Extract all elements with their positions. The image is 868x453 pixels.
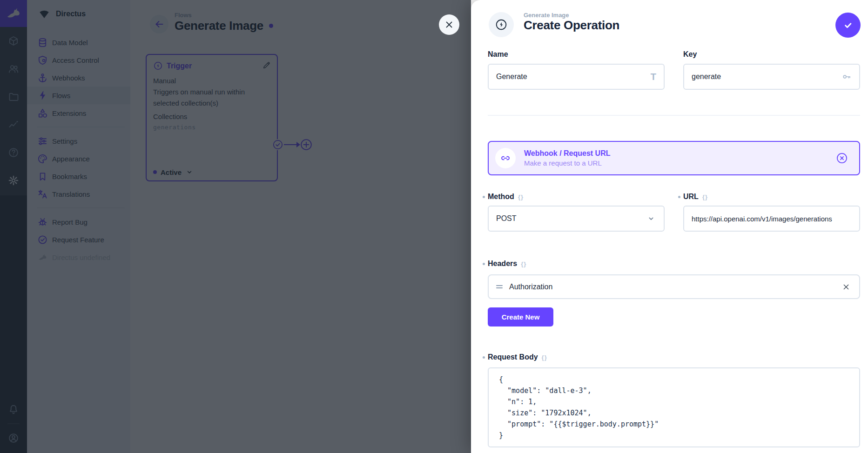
deselect-operation-button[interactable] [836,152,848,164]
drawer-header-icon-button[interactable] [489,12,514,37]
code-line: "n": 1, [499,396,849,407]
label-text: Key [683,50,697,59]
method-select-value: POST [496,214,517,223]
circle-x-icon [836,152,848,164]
name-input[interactable]: Generate T [488,64,665,90]
code-line: "prompt": "{{$trigger.body.prompt}}" [499,419,849,430]
app-root: Directus Data Model Access Control Webho… [0,0,868,453]
close-icon [444,20,454,30]
operation-type-title: Webhook / Request URL [524,149,611,158]
url-input[interactable]: https://api.openai.com/v1/images/generat… [683,206,860,232]
x-icon [841,282,851,292]
header-list-item[interactable]: Authorization [488,274,860,299]
bolt-circle-icon [495,18,508,31]
name-input-value: Generate [496,73,527,81]
key-input[interactable]: generate [683,64,860,90]
create-operation-drawer: Generate Image Create Operation Name Key… [471,0,868,453]
header-item-value: Authorization [509,283,552,291]
link-icon [495,148,516,168]
method-field-label: Method {} [488,193,524,201]
label-text: Name [488,50,508,59]
raw-value-icon[interactable]: {} [542,354,547,361]
raw-value-icon[interactable]: {} [518,193,524,200]
label-text: URL [683,193,699,201]
chevron-down-icon [646,213,656,224]
method-select[interactable]: POST [488,206,665,232]
section-divider [488,115,860,116]
raw-value-icon[interactable]: {} [702,193,708,200]
code-line: } [499,430,849,441]
drawer-breadcrumb[interactable]: Generate Image [524,12,569,19]
check-icon [842,19,854,31]
drawer-title: Create Operation [524,18,619,33]
key-icon [841,72,852,82]
url-field-label: URL {} [683,193,708,201]
code-line: "size": "1792x1024", [499,407,849,419]
raw-value-icon[interactable]: {} [521,260,526,267]
create-new-header-button[interactable]: Create New [488,307,553,326]
code-line: { [499,374,849,385]
name-field-label: Name [488,50,508,59]
title-formatter-icon: T [651,72,656,82]
url-input-value: https://api.openai.com/v1/images/generat… [692,215,832,223]
label-text: Headers [488,260,517,268]
label-text: Method [488,193,514,201]
drawer-backdrop[interactable] [0,0,471,453]
remove-header-button[interactable] [841,282,851,292]
code-line: "model": "dall-e-3", [499,385,849,396]
drag-handle-icon[interactable] [496,284,503,290]
close-drawer-button[interactable] [439,14,459,35]
key-input-value: generate [692,73,721,81]
operation-type-card-webhook[interactable]: Webhook / Request URL Make a request to … [488,141,860,175]
request-body-field-label: Request Body {} [488,353,547,361]
operation-type-text: Webhook / Request URL Make a request to … [524,149,611,167]
headers-field-label: Headers {} [488,260,526,268]
operation-type-subtitle: Make a request to a URL [524,159,611,167]
request-body-editor[interactable]: { "model": "dall-e-3", "n": 1, "size": "… [488,367,860,447]
label-text: Request Body [488,353,538,361]
save-button[interactable] [835,13,861,38]
key-field-label: Key [683,50,697,59]
